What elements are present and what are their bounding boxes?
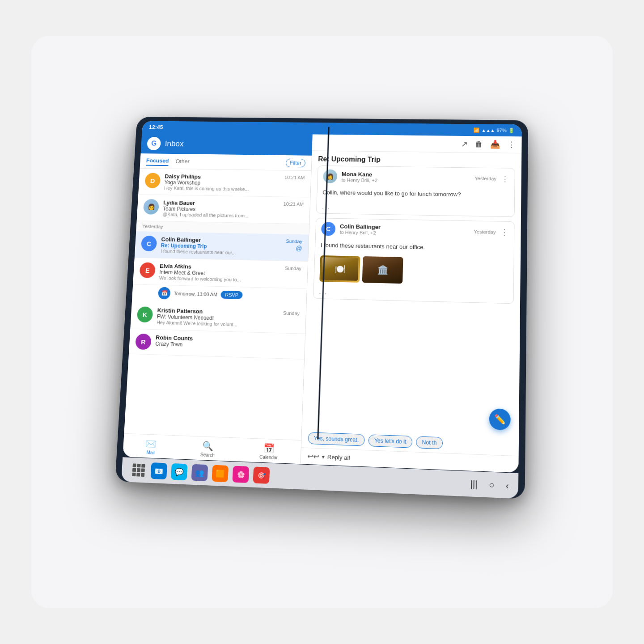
email-item-elvia[interactable]: E Elvia Atkins Intern Meet & Greet We lo…: [133, 258, 308, 288]
email-item-robin[interactable]: R Robin Counts Crazy Town: [129, 329, 305, 360]
thread-header-mona: 👩 Mona Kane to Henry Brill, +2 Yesterday…: [318, 166, 515, 190]
detail-panel: ↗ 🗑 📥 ⋮ Re: Upcoming Trip: [301, 134, 521, 473]
red-app-icon[interactable]: 🎯: [253, 466, 270, 484]
compose-fab[interactable]: ✏️: [489, 408, 510, 430]
tab-bar: Focused Other Filter: [140, 153, 312, 171]
phone-wrapper: 12:45 📶 ▲▲▲ 97% 🔋: [112, 117, 528, 547]
google-letter: G: [151, 140, 157, 148]
avatar-daisy: D: [144, 173, 161, 188]
thread-message-colin: C Colin Ballinger to Henry Brill, +2 Yes…: [313, 218, 515, 304]
mail-icon: ✉️: [145, 438, 157, 449]
battery-text: 97%: [496, 127, 506, 133]
thread-more-colin[interactable]: ⋮: [500, 227, 509, 237]
tab-focused[interactable]: Focused: [146, 156, 169, 166]
more-icon[interactable]: ⋮: [507, 140, 515, 149]
reply-chip-1[interactable]: Yes, sounds great.: [308, 432, 365, 446]
event-calendar-icon: 📅: [158, 287, 171, 300]
avatar-mona: 👩: [323, 169, 337, 183]
email-content-elvia: Elvia Atkins Intern Meet & Greet We look…: [159, 263, 273, 283]
inbox-title: Inbox: [165, 139, 306, 149]
messages-app-icon[interactable]: 💬: [171, 463, 188, 480]
teams-app-icon[interactable]: 👥: [191, 464, 208, 481]
time-daisy: 10:21 AM: [281, 175, 305, 180]
reply-chevron: ▾: [322, 453, 325, 460]
dock-apps: 📧 💬 👥 🟧 🌸 🎯: [130, 462, 270, 484]
calendar-icon: 📅: [263, 443, 275, 454]
email-item-colin[interactable]: C Colin Ballinger Re: Upcoming Trip I fo…: [135, 231, 309, 262]
search-icon: 🔍: [202, 441, 214, 452]
rsvp-button[interactable]: RSVP: [220, 291, 243, 299]
thread-date-colin: Yesterday: [474, 229, 496, 235]
thread-images: 🍽️ 🏛️: [314, 254, 514, 291]
reply-bar[interactable]: ↩↩ ▾ Reply all: [301, 447, 518, 473]
avatar-robin: R: [135, 334, 152, 350]
email-item-lydia[interactable]: 👩 Lydia Bauer Team Pictures @Katri, I up…: [137, 195, 310, 224]
restaurant-image-2: 🏛️: [362, 256, 403, 284]
delete-icon[interactable]: 🗑: [475, 140, 483, 148]
nav-calendar[interactable]: 📅 Calendar: [259, 443, 278, 460]
time-robin: [274, 338, 299, 339]
tab-filter[interactable]: Filter: [286, 158, 305, 167]
nav-search-label: Search: [200, 452, 215, 458]
phone-body: 12:45 📶 ▲▲▲ 97% 🔋: [115, 117, 528, 499]
time-elvia: Sunday: [277, 265, 301, 271]
detail-scroll: 👩 Mona Kane to Henry Brill, +2 Yesterday…: [301, 165, 521, 473]
avatar-kristin: K: [137, 306, 153, 322]
time-lydia: 10:21 AM: [280, 201, 304, 207]
orange-app-icon[interactable]: 🟧: [212, 465, 229, 482]
nav-mail[interactable]: ✉️ Mail: [145, 438, 157, 455]
dock-nav: ||| ○ ‹: [470, 479, 509, 491]
thread-sender-info-colin: Colin Ballinger to Henry Brill, +2: [339, 223, 469, 237]
archive-icon[interactable]: 📥: [490, 140, 500, 149]
grid-icon: [132, 463, 145, 477]
email-content-colin: Colin Ballinger Re: Upcoming Trip I foun…: [161, 236, 274, 256]
expand-icon[interactable]: ↗: [461, 140, 468, 149]
email-content-robin: Robin Counts Crazy Town: [155, 334, 270, 350]
thread-more-mona[interactable]: ⋮: [501, 174, 509, 184]
nav-search[interactable]: 🔍 Search: [200, 441, 215, 458]
page-background: 12:45 📶 ▲▲▲ 97% 🔋: [31, 36, 613, 608]
avatar-colin-detail: C: [321, 222, 336, 236]
thread-dots-mona: ...: [317, 201, 514, 216]
home-icon[interactable]: ○: [489, 479, 495, 491]
restaurant-image-1: 🍽️: [319, 255, 360, 283]
nav-mail-label: Mail: [146, 450, 155, 455]
reply-icon: ↩↩: [307, 452, 319, 461]
inbox-panel: G Inbox Focused Other Filter: [123, 132, 313, 464]
app-grid-button[interactable]: [130, 462, 147, 479]
phone-screen: 12:45 📶 ▲▲▲ 97% 🔋: [123, 121, 522, 473]
reply-all-text: Reply all: [327, 453, 350, 461]
thread-sender-info-mona: Mona Kane to Henry Brill, +2: [341, 171, 470, 184]
thread-message-mona: 👩 Mona Kane to Henry Brill, +2 Yesterday…: [316, 165, 515, 217]
thread-date-mona: Yesterday: [475, 176, 496, 181]
flower-app-icon[interactable]: 🌸: [232, 466, 249, 483]
inbox-header: G Inbox: [141, 132, 313, 155]
status-time: 12:45: [149, 124, 163, 130]
phone-dock: 📧 💬 👥 🟧 🌸 🎯 ||| ○ ‹: [121, 457, 518, 499]
email-item-daisy[interactable]: D Daisy Phillips Yoga Workshop Hey Katri…: [138, 169, 311, 198]
email-list: D Daisy Phillips Yoga Workshop Hey Katri…: [124, 169, 311, 440]
tab-other[interactable]: Other: [172, 157, 193, 166]
wifi-icon: 📶: [474, 127, 480, 133]
signal-icon: ▲▲▲: [482, 128, 495, 133]
detail-body: 👩 Mona Kane to Henry Brill, +2 Yesterday…: [302, 165, 521, 436]
thread-dots-colin: ...: [314, 286, 513, 303]
avatar-colin: C: [141, 236, 157, 251]
avatar-elvia: E: [139, 262, 156, 278]
time-colin: Sunday @: [278, 238, 302, 252]
outlook-app-icon[interactable]: 📧: [150, 462, 167, 479]
email-item-kristin[interactable]: K Kristin Patterson FW: Volunteers Neede…: [130, 302, 306, 334]
reply-suggestions: Yes, sounds great. Yes let's do it Not t…: [301, 428, 519, 456]
detail-toolbar: ↗ 🗑 📥 ⋮: [312, 134, 521, 153]
email-content-lydia: Lydia Bauer Team Pictures @Katri, I uplo…: [162, 199, 275, 219]
preview-daisy: Hey Katri, this is coming up this weeke.…: [164, 185, 276, 192]
battery-icon: 🔋: [508, 127, 515, 133]
time-kristin: Sunday: [275, 310, 300, 316]
google-logo: G: [147, 137, 161, 150]
event-time: Tomorrow, 11:00 AM: [174, 291, 217, 297]
reply-chip-2[interactable]: Yes let's do it: [368, 434, 412, 448]
recent-apps-icon[interactable]: |||: [470, 479, 478, 490]
back-icon[interactable]: ‹: [506, 480, 509, 491]
reply-chip-3[interactable]: Not th: [416, 436, 443, 449]
status-icons: 📶 ▲▲▲ 97% 🔋: [474, 127, 515, 133]
